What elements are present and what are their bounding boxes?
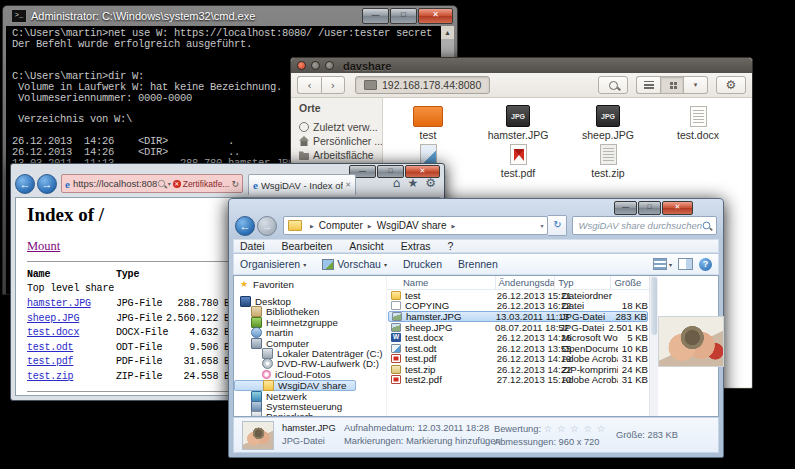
chevron-down-icon[interactable]: ▾ [168, 180, 171, 187]
grid-view-button[interactable] [660, 76, 684, 94]
nautilus-titlebar[interactable]: davshare [291, 58, 752, 73]
address-bar[interactable]: e https://localhost:8080/ ▾ ✕ Zertifikat… [61, 174, 243, 193]
file-item[interactable]: test [383, 105, 473, 143]
change-view-button[interactable]: ▾ [653, 258, 672, 270]
file-link[interactable]: test.pdf [27, 356, 116, 367]
search-icon[interactable] [158, 180, 165, 187]
home-icon[interactable]: ⌂ [393, 176, 401, 190]
menu-item[interactable]: Datei [240, 240, 265, 252]
sidebar-place-item[interactable]: Arbeitsfläche [299, 148, 382, 162]
favorites-star-icon[interactable]: ★ [407, 176, 418, 190]
menu-item[interactable]: Bearbeiten [282, 240, 333, 252]
close-button[interactable]: ✕ [662, 201, 693, 215]
breadcrumb-segment[interactable]: WsgiDAV share [363, 220, 447, 231]
file-row[interactable]: test.zip 26.12.2013 14:22 ZIP-komprimier… [388, 364, 648, 374]
file-row[interactable]: test 26.12.2013 15:21 Dateiordner [388, 290, 648, 300]
chevron-down-icon[interactable]: ▾ [540, 222, 543, 229]
tree-item[interactable]: DVD-RW-Laufwerk (D:) [234, 359, 386, 369]
mount-link[interactable]: Mount [27, 239, 60, 253]
file-link[interactable]: sheep.JPG [27, 313, 116, 324]
file-row[interactable]: test.pdf 26.12.2013 14:19 Adobe Acrobat … [388, 354, 648, 364]
file-item[interactable]: test.pdf [473, 143, 563, 181]
tree-item[interactable]: Papierkorb [234, 412, 386, 416]
menu-item[interactable]: ? [448, 240, 454, 252]
refresh-button[interactable]: ↻ [548, 215, 567, 236]
column-type[interactable]: Typ [555, 276, 611, 289]
close-button[interactable] [297, 61, 306, 70]
print-button[interactable]: Drucken [403, 258, 442, 270]
vertical-scrollbar[interactable] [649, 276, 658, 416]
file-row[interactable]: test2.pdf 27.12.2013 15:10 Adobe Acrobat… [388, 374, 648, 384]
tree-item[interactable]: iCloud-Fotos [234, 369, 386, 379]
url-text[interactable]: https://localhost:8080/ [73, 178, 157, 189]
tree-item[interactable]: Heimnetzgruppe [234, 317, 386, 327]
browser-tab[interactable]: e WsgiDAV - Index of / ✕ [248, 174, 356, 195]
file-row[interactable]: hamster.JPG 13.03.2011 11:13 JPG-Datei 2… [388, 311, 648, 323]
sidebar-place-item[interactable]: Zuletzt verw... [299, 120, 382, 134]
address-breadcrumb-button[interactable]: 192.168.178.44:8080 [355, 76, 490, 94]
breadcrumb-segment[interactable]: Computer [305, 220, 363, 231]
file-row[interactable]: test.docx 26.12.2013 14:26 Microsoft Wor… [388, 333, 648, 343]
tree-item[interactable]: Desktop [234, 296, 386, 306]
cmd-titlebar[interactable]: >_ Administrator: C:\Windows\system32\cm… [3, 6, 457, 26]
menu-item[interactable]: Ansicht [349, 240, 383, 252]
back-button[interactable]: ‹ [297, 76, 321, 94]
maximize-button[interactable]: □ [638, 201, 661, 215]
burn-button[interactable]: Brennen [458, 258, 498, 270]
column-date[interactable]: Änderungsdatum [496, 276, 556, 289]
file-row[interactable]: COPYING 26.12.2013 16:22 Datei 18 KB [388, 300, 648, 310]
file-row[interactable]: sheep.JPG 08.07.2011 18:52 JPG-Datei 2.5… [388, 322, 648, 332]
view-options-button[interactable]: ▾ [684, 76, 708, 94]
certificate-error-icon[interactable]: ✕ [173, 180, 181, 188]
file-item[interactable]: JPG sheep.JPG [563, 105, 653, 143]
tree-item[interactable]: Netzwerk [234, 391, 386, 401]
file-link[interactable]: test.zip [27, 371, 116, 382]
back-button[interactable]: ← [15, 174, 35, 194]
help-button[interactable]: ? [699, 258, 712, 271]
tab-close-icon[interactable]: ✕ [345, 181, 351, 189]
tree-item[interactable]: Computer [234, 338, 386, 348]
certificate-error-text[interactable]: Zertifikatfe... [183, 179, 230, 189]
forward-button[interactable]: → [257, 216, 277, 236]
preview-pane-toggle[interactable] [678, 258, 693, 270]
file-link[interactable]: test.odt [27, 342, 116, 353]
file-item[interactable]: test.zip [563, 143, 653, 181]
forward-button[interactable]: › [321, 76, 345, 94]
close-button[interactable]: ✕ [418, 8, 453, 24]
scroll-up-icon[interactable]: ▲ [441, 26, 454, 39]
back-button[interactable]: ← [235, 216, 255, 236]
tree-item[interactable]: Bibliotheken [234, 307, 386, 317]
tree-item[interactable]: martin [234, 328, 386, 338]
rating-stars-icon[interactable]: ☆ ☆ ☆ ☆ ☆ [544, 423, 607, 434]
settings-button[interactable]: ⚙ [716, 76, 746, 94]
file-item[interactable]: JPG hamster.JPG [473, 105, 563, 143]
minimize-button[interactable]: — [362, 8, 389, 24]
file-row[interactable]: test.odt 26.12.2013 13:55 OpenDocument T… [388, 343, 648, 353]
sidebar-place-item[interactable]: Persönlicher ... [299, 134, 382, 148]
maximize-button[interactable]: □ [390, 8, 417, 24]
search-button[interactable] [598, 76, 628, 94]
refresh-icon[interactable]: ↻ [231, 179, 239, 189]
preview-button[interactable]: Vorschau▾ [322, 258, 387, 270]
list-view-button[interactable] [636, 76, 660, 94]
tree-item[interactable]: Systemsteuerung [234, 401, 386, 411]
column-size[interactable]: Größe [611, 276, 649, 289]
column-name[interactable]: Name [387, 276, 496, 289]
tools-gear-icon[interactable]: ⚙ [425, 176, 436, 190]
tree-item[interactable]: Favoriten [234, 279, 386, 289]
minimize-button[interactable] [311, 61, 320, 70]
file-item[interactable]: test.docx [653, 105, 743, 143]
search-box[interactable]: WsgiDAV share durchsuchen [572, 216, 717, 235]
forward-button[interactable]: → [37, 174, 57, 194]
file-link[interactable]: hamster.JPG [27, 298, 116, 309]
organize-button[interactable]: Organisieren▾ [240, 258, 306, 270]
minimize-button[interactable]: — [614, 201, 637, 215]
menu-item[interactable]: Extras [401, 240, 431, 252]
address-breadcrumb-bar[interactable]: ComputerWsgiDAV share ▾ [283, 216, 548, 235]
scrollbar-thumb[interactable] [651, 277, 657, 335]
maximize-button[interactable] [325, 61, 334, 70]
tree-item[interactable]: WsgiDAV share [234, 380, 356, 391]
tree-item[interactable]: Lokaler Datenträger (C:) [234, 348, 386, 358]
file-link[interactable]: test.docx [27, 327, 116, 338]
details-tags[interactable]: Markierungen: Markierung hinzufügen [344, 435, 494, 448]
